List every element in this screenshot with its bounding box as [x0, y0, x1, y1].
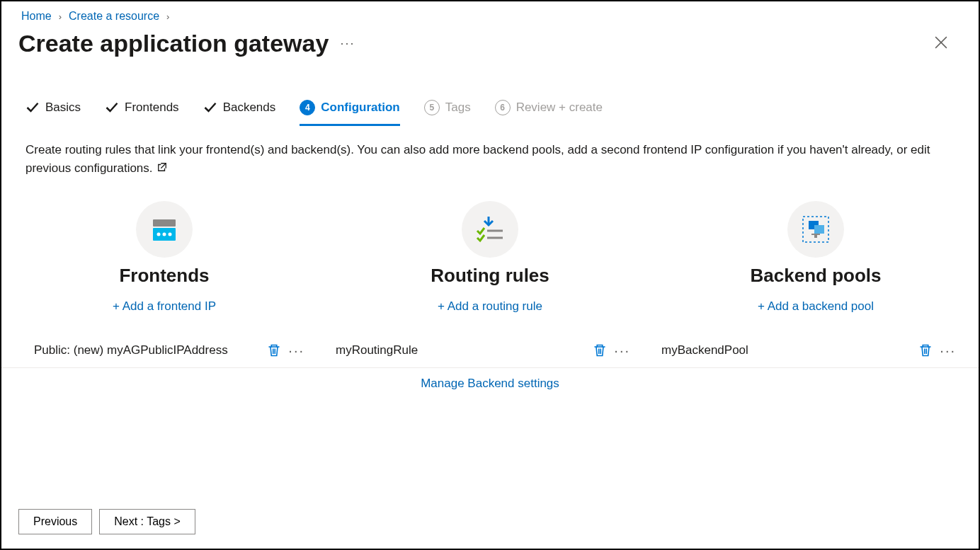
tab-tags[interactable]: 5 Tags	[424, 100, 471, 124]
config-columns: Frontends + Add a frontend IP Public: (n…	[1, 178, 979, 391]
add-routing-rule-link[interactable]: + Add a routing rule	[438, 299, 542, 314]
tab-backends-label: Backends	[223, 101, 276, 115]
breadcrumb-sep-icon: ›	[59, 11, 62, 22]
breadcrumb-home[interactable]: Home	[21, 10, 52, 23]
tab-basics[interactable]: Basics	[25, 101, 81, 123]
page-title: Create application gateway ···	[18, 30, 355, 57]
backend-pools-title: Backend pools	[653, 265, 979, 287]
check-icon	[25, 101, 40, 115]
external-link-icon[interactable]	[156, 161, 167, 175]
breadcrumb-sep-icon: ›	[166, 11, 169, 22]
svg-rect-17	[811, 234, 820, 235]
previous-button[interactable]: Previous	[18, 509, 92, 534]
frontend-item-row: Public: (new) myAGPublicIPAddress ···	[1, 333, 327, 368]
delete-icon[interactable]	[267, 343, 281, 357]
tab-tags-label: Tags	[445, 101, 471, 115]
routing-rule-item-row: myRoutingRule ···	[327, 333, 653, 368]
more-actions-icon[interactable]: ···	[940, 343, 956, 357]
close-button[interactable]	[929, 32, 953, 56]
manage-backend-settings-link[interactable]: Manage Backend settings	[421, 377, 559, 391]
delete-icon[interactable]	[593, 343, 607, 357]
tab-backends[interactable]: Backends	[203, 101, 276, 123]
step-number-icon: 5	[424, 100, 440, 115]
frontends-title: Frontends	[1, 265, 327, 287]
page-header: Create application gateway ···	[1, 25, 979, 57]
frontends-column: Frontends + Add a frontend IP Public: (n…	[1, 201, 327, 391]
tab-basics-label: Basics	[45, 101, 81, 115]
step-number-icon: 6	[495, 100, 511, 115]
check-icon	[105, 101, 119, 115]
tab-configuration[interactable]: 4 Configuration	[300, 100, 399, 126]
check-icon	[203, 101, 217, 115]
backend-pools-column: Backend pools + Add a backend pool myBac…	[653, 201, 979, 391]
add-backend-pool-link[interactable]: + Add a backend pool	[758, 299, 874, 314]
svg-point-6	[169, 232, 172, 236]
frontends-icon	[136, 201, 193, 258]
wizard-footer: Previous Next : Tags >	[18, 509, 195, 534]
tab-review-create-label: Review + create	[516, 101, 603, 115]
routing-rules-title: Routing rules	[327, 265, 653, 287]
svg-rect-16	[814, 225, 824, 234]
add-frontend-ip-link[interactable]: + Add a frontend IP	[113, 299, 216, 314]
svg-point-5	[163, 232, 166, 236]
wizard-tabs: Basics Frontends Backends 4 Configuratio…	[1, 57, 979, 124]
next-button[interactable]: Next : Tags >	[99, 509, 195, 534]
page-title-text: Create application gateway	[18, 30, 329, 57]
tab-frontends[interactable]: Frontends	[105, 101, 179, 123]
delete-icon[interactable]	[918, 343, 933, 357]
frontend-item-label[interactable]: Public: (new) myAGPublicIPAddress	[34, 343, 228, 357]
more-actions-icon[interactable]: ···	[614, 343, 630, 357]
backend-pool-item-label[interactable]: myBackendPool	[661, 343, 748, 357]
more-icon[interactable]: ···	[340, 36, 355, 51]
more-actions-icon[interactable]: ···	[288, 343, 304, 357]
backend-pool-item-row: myBackendPool ···	[653, 333, 979, 368]
routing-rules-column: Routing rules + Add a routing rule myRou…	[327, 201, 653, 391]
routing-rules-icon	[462, 201, 518, 258]
step-number-icon: 4	[300, 100, 315, 115]
description-text: Create routing rules that link your fron…	[1, 124, 964, 178]
tab-frontends-label: Frontends	[125, 101, 179, 115]
breadcrumb-create-resource[interactable]: Create a resource	[69, 10, 159, 23]
backend-pools-icon	[787, 201, 844, 258]
svg-rect-2	[153, 219, 176, 227]
tab-configuration-label: Configuration	[321, 101, 399, 115]
tab-review-create[interactable]: 6 Review + create	[495, 100, 603, 124]
svg-point-4	[157, 232, 161, 236]
routing-rule-item-label[interactable]: myRoutingRule	[336, 343, 418, 357]
breadcrumb: Home › Create a resource ›	[1, 1, 979, 25]
svg-rect-18	[814, 235, 817, 238]
